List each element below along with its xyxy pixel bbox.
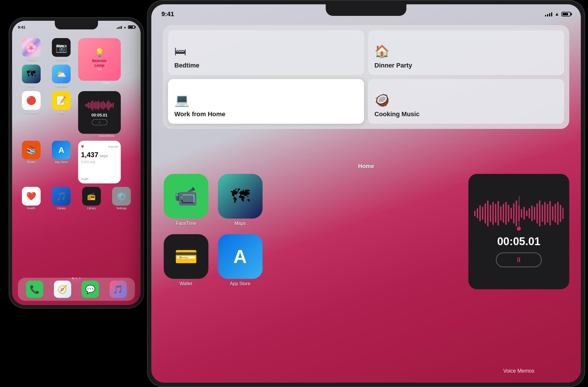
weather-icon[interactable]: ⛅ [52,65,71,83]
waveform-bar-l-24 [536,203,538,223]
small-phone-screen: 9:41 ▲ 🌸 Photos [12,21,141,305]
home-widget[interactable]: 💡 BedsideLamp On [78,38,121,81]
reminders-icon[interactable]: 🔴 [22,91,41,110]
app-item-maps[interactable]: 🗺 Maps [18,65,45,88]
sounds-label: Library [57,207,66,210]
waveform-bar-l-15 [513,203,514,223]
books-icon[interactable]: 📚 [22,141,41,159]
settings-icon[interactable]: ⚙️ [112,187,131,206]
notes-icon[interactable]: 📝 [52,91,71,110]
waveform-bar-l-31 [555,204,556,223]
large-battery-icon [561,12,571,16]
waveform-bar-l-10 [500,206,502,221]
shortcut-dinner-party[interactable]: 🏠 Dinner Party [368,30,564,75]
appstore-icon[interactable]: A [52,141,71,159]
health-widget[interactable]: ♥ 9:40 AM 1,437 steps 3,421 avg Health [78,141,121,183]
voice-memos-widget[interactable]: 00:05.01 ⏸ [78,91,121,134]
waveform-bar-l-7 [492,202,494,225]
waveform-bar-l-33 [560,205,561,222]
vm-pause-btn-small[interactable]: ⏸ [92,119,108,125]
waveform-bar-4 [91,101,92,109]
waveform-bar-l-13 [508,205,509,222]
app-item-health[interactable]: ❤️ Health [18,187,45,210]
large-app-maps[interactable]: 🗺 Maps [217,174,263,226]
waveform-bar-l-5 [487,200,489,226]
maps-icon[interactable]: 🗺 [22,65,41,83]
dinner-party-label: Dinner Party [374,62,412,69]
wallet-icon-large[interactable]: 💳 [164,234,208,279]
app-item-notes[interactable]: 📝 Notes [48,91,75,137]
large-app-facetime[interactable]: 📹 FaceTime [163,174,209,226]
app-item-weather[interactable]: ⛅ Weather [48,65,75,88]
maps-icon-large[interactable]: 🗺 [218,174,263,219]
waveform-bar-l-30 [552,206,553,221]
waveform-bar-0 [85,104,86,106]
waveform-bar-l-29 [549,201,551,226]
dinner-party-icon: 🏠 [374,44,389,58]
facetime-icon-large[interactable]: 📹 [164,174,208,219]
appstore-label: App Store [55,161,68,164]
health-steps-row: 1,437 steps [81,151,118,159]
dock-safari-icon[interactable]: 🧭 [54,281,71,298]
photos-icon[interactable]: 🌸 [22,38,41,57]
app-item-reminders[interactable]: 🔴 Reminders [18,91,45,137]
app-item-appstore[interactable]: A App Store [48,141,75,183]
waveform-bar-7 [95,101,96,110]
waveform-bar-l-14 [510,208,512,219]
small-app-grid: 🌸 Photos 📷 Camera 💡 BedsideLamp On Home [16,37,136,211]
bedside-lamp-status: On [97,67,102,71]
spacer [271,174,317,226]
app-item-settings[interactable]: ⚙️ Settings [108,187,135,210]
app-item-books[interactable]: 📚 Books [18,141,45,183]
large-app-wallet[interactable]: 💳 Wallet [163,234,209,286]
app-item-camera[interactable]: 📷 Camera [48,38,75,61]
small-status-time: 9:41 [18,25,25,29]
large-app-appstore[interactable]: A App Store [217,234,263,286]
app-item-sounds[interactable]: 🎵 Library [48,187,75,210]
large-status-icons: ▲ [545,12,571,17]
vm-widget-container[interactable]: 00:05.01 ⏸ Voice Memos [78,91,135,137]
waveform-small [85,99,114,111]
shortcut-work-from-home[interactable]: 💻 Work from Home [168,79,364,124]
waveform-bar-l-34 [562,208,564,219]
home-widget-container[interactable]: 💡 BedsideLamp On Home [78,38,135,88]
shortcuts-widget[interactable]: 🛏 Bedtime 🏠 Dinner Party 💻 Work from Hom… [163,25,569,129]
app-item-library[interactable]: 📻 Library [78,187,105,210]
playhead-line [519,196,519,231]
vm-label-large: Voice Memos [468,368,569,374]
books-label: Books [27,161,35,164]
waveform-bar-15 [107,101,108,109]
waveform-bar-11 [101,102,102,109]
appstore-icon-large[interactable]: A [218,234,263,279]
waveform-bar-6 [94,102,95,108]
health-avg: 3,421 avg [81,160,118,164]
health-widget-container[interactable]: ♥ 9:40 AM 1,437 steps 3,421 avg Health [78,141,135,183]
appstore-label-large: App Store [230,281,250,286]
work-from-home-icon: 💻 [174,93,189,107]
health-steps: 1,437 [81,151,98,159]
dock-phone-icon[interactable]: 📞 [26,281,43,298]
shortcut-cooking-music[interactable]: 🥥 Cooking Music [368,79,564,124]
vm-pause-btn-large[interactable]: ⏸ [496,252,542,267]
waveform-bar-8 [97,102,98,109]
bedtime-icon: 🛏 [174,44,186,58]
work-from-home-label: Work from Home [174,110,225,118]
health-widget-label: Health [81,178,118,181]
app-item-photos[interactable]: 🌸 Photos [18,38,45,61]
health-app-icon[interactable]: ❤️ [22,187,41,206]
wallet-label-large: Wallet [180,281,192,286]
health-app-label: Health [27,207,35,210]
shortcut-bedtime[interactable]: 🛏 Bedtime [168,30,364,75]
waveform-bar-l-19 [523,207,525,220]
waveform-large [474,196,564,231]
camera-icon[interactable]: 📷 [52,38,71,57]
large-signal-icon [545,12,552,16]
dock-messages-icon[interactable]: 💬 [82,281,99,298]
library-icon[interactable]: 📻 [82,187,101,206]
sounds-icon[interactable]: 🎵 [52,187,71,206]
voice-memos-widget-large[interactable]: 00:05.01 ⏸ [468,174,569,289]
cooking-music-icon: 🥥 [374,93,389,107]
dock-music-icon[interactable]: 🎵 [110,281,127,298]
waveform-bar-l-9 [497,201,499,226]
pause-icon-large: ⏸ [515,256,522,264]
